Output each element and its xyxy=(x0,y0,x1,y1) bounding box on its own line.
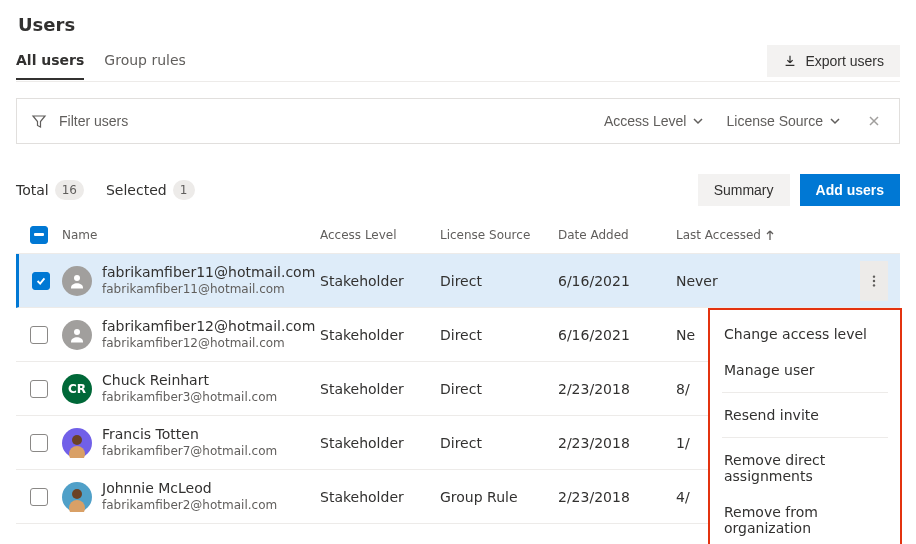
access-level-cell: Stakeholder xyxy=(320,327,440,343)
svg-point-6 xyxy=(72,435,82,445)
row-checkbox[interactable] xyxy=(30,380,48,398)
menu-remove-assignments[interactable]: Remove direct assignments xyxy=(710,442,900,494)
export-users-button[interactable]: Export users xyxy=(767,45,900,77)
chevron-down-icon xyxy=(692,115,704,127)
export-label: Export users xyxy=(805,53,884,69)
access-level-cell: Stakeholder xyxy=(320,489,440,505)
user-name: Chuck Reinhart xyxy=(102,372,277,390)
avatar: CR xyxy=(62,374,92,404)
license-source-cell: Direct xyxy=(440,435,558,451)
svg-point-1 xyxy=(873,275,875,277)
svg-point-9 xyxy=(72,489,82,499)
col-last-accessed[interactable]: Last Accessed xyxy=(676,228,860,242)
selected-label: Selected xyxy=(106,182,167,198)
user-email: fabrikamfiber11@hotmail.com xyxy=(102,282,315,297)
license-source-dropdown[interactable]: License Source xyxy=(720,109,847,133)
row-checkbox[interactable] xyxy=(30,434,48,452)
page-title: Users xyxy=(18,14,900,35)
row-checkbox[interactable] xyxy=(30,326,48,344)
date-added-cell: 6/16/2021 xyxy=(558,327,676,343)
menu-divider xyxy=(722,437,888,438)
user-name: fabrikamfiber12@hotmail.com xyxy=(102,318,315,336)
filter-input[interactable] xyxy=(57,112,257,130)
row-checkbox[interactable] xyxy=(32,272,50,290)
counts-row: Total 16 Selected 1 Summary Add users xyxy=(16,174,900,206)
date-added-cell: 2/23/2018 xyxy=(558,435,676,451)
date-added-cell: 2/23/2018 xyxy=(558,489,676,505)
menu-manage-user[interactable]: Manage user xyxy=(710,352,900,388)
user-email: fabrikamfiber7@hotmail.com xyxy=(102,444,277,459)
tab-group-rules[interactable]: Group rules xyxy=(104,46,186,80)
svg-point-2 xyxy=(873,279,875,281)
close-icon xyxy=(867,114,881,128)
download-icon xyxy=(783,54,797,68)
menu-divider xyxy=(722,392,888,393)
menu-change-access[interactable]: Change access level xyxy=(710,316,900,352)
access-level-cell: Stakeholder xyxy=(320,273,440,289)
chevron-down-icon xyxy=(829,115,841,127)
col-last-label: Last Accessed xyxy=(676,228,761,242)
menu-remove-org[interactable]: Remove from organization xyxy=(710,494,900,524)
row-context-menu: Change access level Manage user Resend i… xyxy=(708,308,902,524)
table-row[interactable]: fabrikamfiber11@hotmail.comfabrikamfiber… xyxy=(16,254,900,308)
license-source-cell: Direct xyxy=(440,327,558,343)
access-level-label: Access Level xyxy=(604,113,686,129)
date-added-cell: 6/16/2021 xyxy=(558,273,676,289)
menu-resend-invite[interactable]: Resend invite xyxy=(710,397,900,433)
more-actions-button[interactable] xyxy=(860,261,888,301)
license-source-cell: Direct xyxy=(440,273,558,289)
col-license[interactable]: License Source xyxy=(440,228,558,242)
svg-point-0 xyxy=(74,275,80,281)
user-email: fabrikamfiber12@hotmail.com xyxy=(102,336,315,351)
tab-all-users[interactable]: All users xyxy=(16,46,84,80)
tab-bar: All users Group rules Export users xyxy=(16,45,900,82)
sort-asc-icon xyxy=(765,229,775,241)
avatar xyxy=(62,320,92,350)
svg-point-4 xyxy=(74,329,80,335)
col-name[interactable]: Name xyxy=(62,228,320,242)
license-source-cell: Direct xyxy=(440,381,558,397)
license-source-cell: Group Rule xyxy=(440,489,558,505)
clear-filter-button[interactable] xyxy=(863,110,885,132)
last-accessed-cell: Never xyxy=(676,273,860,289)
access-level-dropdown[interactable]: Access Level xyxy=(598,109,710,133)
add-users-button[interactable]: Add users xyxy=(800,174,900,206)
user-name: Johnnie McLeod xyxy=(102,480,277,498)
col-access[interactable]: Access Level xyxy=(320,228,440,242)
filter-bar: Access Level License Source xyxy=(16,98,900,144)
date-added-cell: 2/23/2018 xyxy=(558,381,676,397)
avatar xyxy=(62,428,92,458)
total-label: Total xyxy=(16,182,49,198)
svg-point-3 xyxy=(873,284,875,286)
row-checkbox[interactable] xyxy=(30,488,48,506)
access-level-cell: Stakeholder xyxy=(320,381,440,397)
table-header-row: Name Access Level License Source Date Ad… xyxy=(16,216,900,254)
user-name: fabrikamfiber11@hotmail.com xyxy=(102,264,315,282)
user-email: fabrikamfiber3@hotmail.com xyxy=(102,390,277,405)
user-name: Francis Totten xyxy=(102,426,277,444)
select-all-checkbox[interactable] xyxy=(30,226,48,244)
col-added[interactable]: Date Added xyxy=(558,228,676,242)
user-email: fabrikamfiber2@hotmail.com xyxy=(102,498,277,513)
avatar xyxy=(62,482,92,512)
avatar xyxy=(62,266,92,296)
license-source-label: License Source xyxy=(726,113,823,129)
access-level-cell: Stakeholder xyxy=(320,435,440,451)
more-vertical-icon xyxy=(867,274,881,288)
summary-button[interactable]: Summary xyxy=(698,174,790,206)
filter-icon xyxy=(31,113,47,129)
total-count-badge: 16 xyxy=(55,180,84,200)
selected-count-badge: 1 xyxy=(173,180,195,200)
